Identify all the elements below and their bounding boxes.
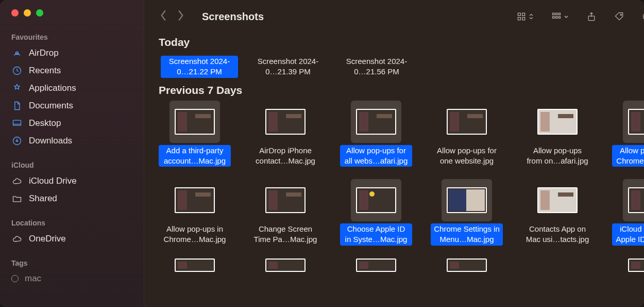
- sidebar-item-downloads[interactable]: Downloads: [0, 132, 144, 150]
- cloud-icon: [11, 233, 23, 245]
- svg-rect-12: [555, 17, 557, 18]
- file-label: Allow pop-ups for one website.jpg: [431, 145, 503, 167]
- finder-window: Favourites AirDrop Recents Applications …: [0, 0, 644, 307]
- file-label: Screenshot 2024-0…21.56 PM: [338, 56, 415, 78]
- thumbnail: [260, 179, 311, 221]
- file-item[interactable]: AirDrop iPhone contact…Mac.jpg: [249, 101, 321, 167]
- thumbnail: [442, 179, 492, 221]
- file-label: iCloud section in Apple ID…Mac.jpg: [612, 223, 644, 246]
- svg-rect-9: [555, 13, 557, 14]
- sidebar-item-label: Recents: [29, 66, 61, 76]
- file-label: Allow pop-ups for all webs…afari.jpg: [340, 145, 412, 167]
- sidebar-item-label: Shared: [29, 193, 57, 204]
- sidebar-section-icloud: iCloud: [0, 159, 144, 172]
- sidebar-tag-mac[interactable]: mac: [0, 270, 144, 287]
- group-by-button[interactable]: [551, 11, 569, 22]
- sidebar-item-shared[interactable]: Shared: [0, 190, 144, 207]
- file-item[interactable]: Screenshot 2024-0…21.56 PM: [338, 54, 415, 78]
- file-item[interactable]: Screenshot 2024-0…21.22 PM: [161, 54, 238, 78]
- svg-point-15: [620, 14, 622, 15]
- maximize-button[interactable]: [36, 9, 43, 17]
- file-item[interactable]: Chrome Settings in Menu…Mac.jpg: [431, 179, 503, 246]
- sidebar-item-applications[interactable]: Applications: [0, 79, 144, 97]
- file-item[interactable]: [159, 255, 231, 276]
- file-label: Add a third-party account…Mac.jpg: [159, 145, 231, 167]
- group-header-today: Today: [159, 33, 644, 52]
- share-button[interactable]: [586, 11, 597, 22]
- file-item[interactable]: Allow pop-ups for one website.jpg: [431, 101, 503, 167]
- file-item[interactable]: Allow pop-ups from on…afari.jpg: [521, 101, 594, 167]
- file-item[interactable]: Screenshot 2024-0…21.39 PM: [249, 54, 327, 78]
- forward-button[interactable]: [177, 10, 184, 23]
- sidebar-section-locations: Locations: [0, 217, 144, 230]
- file-item[interactable]: Allow pop-ups in Chrome…sites.jpg: [612, 101, 644, 167]
- group-header-previous: Previous 7 Days Show Less: [159, 81, 644, 100]
- thumbnail: [532, 179, 583, 221]
- file-item[interactable]: Allow pop-ups for all webs…afari.jpg: [340, 101, 412, 167]
- thumbnail: [623, 101, 644, 143]
- thumbnail: [170, 101, 220, 143]
- file-item[interactable]: Contacts App on Mac usi…tacts.jpg: [521, 179, 594, 246]
- file-item[interactable]: Choose Apple ID in Syste…Mac.jpg: [340, 179, 412, 246]
- file-label: Allow pop-ups in Chrome…Mac.jpg: [159, 223, 231, 246]
- sidebar-item-label: Downloads: [29, 136, 72, 146]
- sidebar-item-label: iCloud Drive: [29, 176, 77, 186]
- file-item[interactable]: iCloud section in Apple ID…Mac.jpg: [612, 179, 644, 246]
- file-item[interactable]: Add a third-party account…Mac.jpg: [159, 101, 231, 167]
- svg-rect-4: [518, 13, 520, 15]
- file-item[interactable]: [431, 255, 503, 276]
- tags-button[interactable]: [614, 11, 624, 22]
- file-item[interactable]: Change Screen Time Pa…Mac.jpg: [249, 179, 321, 246]
- sidebar-item-label: Desktop: [29, 118, 61, 128]
- back-button[interactable]: [160, 10, 167, 23]
- file-item[interactable]: [340, 255, 412, 276]
- tag-circle-icon: [11, 275, 19, 282]
- sidebar-item-label: OneDrive: [29, 234, 66, 244]
- thumbnail: [532, 101, 583, 143]
- sidebar-item-label: Applications: [29, 83, 76, 93]
- sidebar-item-label: AirDrop: [29, 48, 59, 58]
- file-label: AirDrop iPhone contact…Mac.jpg: [249, 145, 321, 167]
- file-item[interactable]: [612, 255, 644, 276]
- content-area: Today Screenshot 2024-0…21.22 PM Screens…: [144, 33, 644, 307]
- file-label: Choose Apple ID in Syste…Mac.jpg: [340, 223, 412, 246]
- document-icon: [11, 100, 23, 111]
- sidebar-item-airdrop[interactable]: AirDrop: [0, 44, 144, 62]
- applications-icon: [11, 83, 23, 94]
- window-controls: [0, 9, 144, 31]
- close-button[interactable]: [11, 9, 19, 17]
- minimize-button[interactable]: [24, 9, 31, 17]
- thumbnail: [170, 179, 220, 221]
- sidebar-item-recents[interactable]: Recents: [0, 62, 144, 79]
- action-menu-button[interactable]: [642, 11, 644, 22]
- group-title: Previous 7 Days: [159, 84, 242, 96]
- file-item[interactable]: Allow pop-ups in Chrome…Mac.jpg: [159, 179, 231, 246]
- main-panel: Screenshots: [144, 0, 644, 307]
- clock-icon: [11, 65, 23, 76]
- svg-rect-5: [522, 13, 525, 15]
- svg-rect-6: [518, 18, 520, 20]
- sidebar-item-desktop[interactable]: Desktop: [0, 115, 144, 132]
- group-title: Today: [159, 36, 190, 49]
- today-items: Screenshot 2024-0…21.22 PM Screenshot 20…: [159, 52, 644, 81]
- sidebar-item-label: Documents: [29, 101, 73, 111]
- previous-items: Add a third-party account…Mac.jpgAirDrop…: [159, 100, 644, 252]
- file-label: Screenshot 2024-0…21.22 PM: [161, 56, 238, 78]
- file-label: Allow pop-ups from on…afari.jpg: [521, 145, 594, 167]
- view-mode-button[interactable]: [516, 11, 534, 22]
- file-item[interactable]: [249, 255, 321, 276]
- svg-rect-13: [558, 17, 560, 18]
- sidebar-item-onedrive[interactable]: OneDrive: [0, 230, 144, 248]
- thumbnail: [442, 101, 492, 143]
- window-title: Screenshots: [202, 11, 264, 23]
- thumbnail: [351, 101, 401, 143]
- file-label: Chrome Settings in Menu…Mac.jpg: [431, 223, 503, 246]
- svg-rect-11: [553, 17, 554, 18]
- sidebar-section-favourites: Favourites: [0, 31, 144, 44]
- shared-folder-icon: [11, 193, 23, 204]
- download-icon: [11, 135, 23, 147]
- sidebar-item-icloud-drive[interactable]: iCloud Drive: [0, 172, 144, 190]
- sidebar-item-documents[interactable]: Documents: [0, 97, 144, 115]
- svg-rect-8: [553, 13, 554, 14]
- thumbnail: [623, 179, 644, 221]
